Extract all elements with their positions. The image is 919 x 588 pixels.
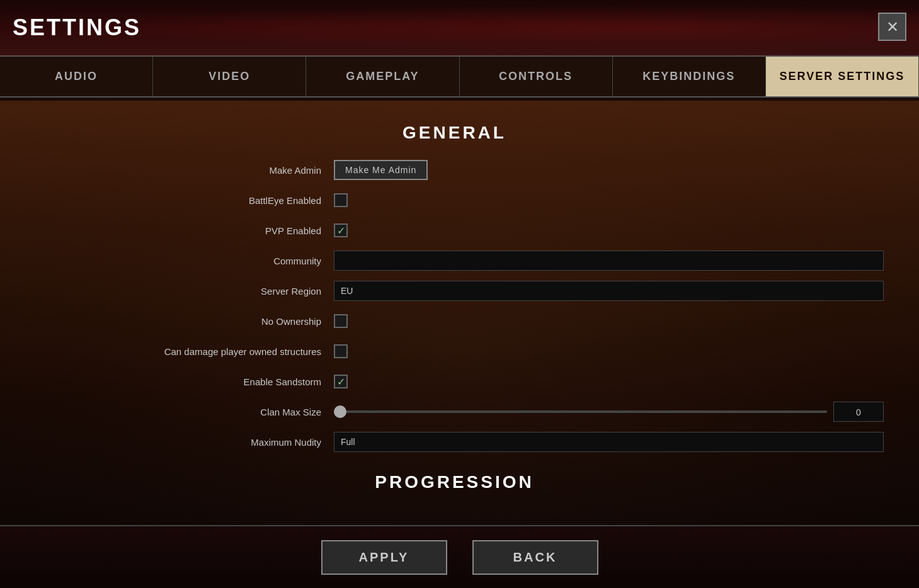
- tab-bar: AUDIO VIDEO GAMEPLAY CONTROLS KEYBINDING…: [0, 57, 919, 98]
- page-title: SETTINGS: [13, 14, 141, 41]
- header: SETTINGS ✕: [0, 0, 919, 57]
- clan-max-size-value: 0: [833, 402, 884, 422]
- enable-sandstorm-label: Enable Sandstorm: [25, 376, 334, 387]
- tab-video[interactable]: VIDEO: [153, 57, 306, 96]
- enable-sandstorm-checkbox[interactable]: ✓: [334, 375, 348, 388]
- can-damage-structures-label: Can damage player owned structures: [25, 346, 334, 357]
- clan-max-size-slider[interactable]: [334, 410, 827, 413]
- can-damage-structures-control: [334, 344, 884, 358]
- can-damage-structures-row: Can damage player owned structures: [25, 340, 884, 363]
- maximum-nudity-label: Maximum Nudity: [25, 437, 334, 448]
- close-button[interactable]: ✕: [878, 13, 906, 41]
- battleye-control: [334, 193, 884, 207]
- battleye-checkbox[interactable]: [334, 193, 348, 207]
- server-region-input[interactable]: [334, 281, 884, 301]
- back-button[interactable]: BACK: [472, 540, 598, 575]
- maximum-nudity-control: [334, 432, 884, 452]
- can-damage-structures-checkbox[interactable]: [334, 344, 348, 358]
- make-admin-label: Make Admin: [25, 165, 334, 176]
- tab-keybindings[interactable]: KEYBINDINGS: [613, 57, 766, 96]
- server-region-row: Server Region: [25, 280, 884, 302]
- content-area[interactable]: GENERAL Make Admin Make Me Admin BattlEy…: [0, 98, 909, 525]
- bottom-bar: APPLY BACK: [0, 525, 919, 588]
- clan-max-size-slider-container: 0: [334, 402, 884, 422]
- no-ownership-control: [334, 314, 884, 328]
- make-me-admin-button[interactable]: Make Me Admin: [334, 160, 428, 180]
- pvp-control: ✓: [334, 223, 884, 237]
- pvp-label: PVP Enabled: [25, 225, 334, 236]
- pvp-row: PVP Enabled ✓: [25, 219, 884, 242]
- no-ownership-row: No Ownership: [25, 310, 884, 332]
- battleye-label: BattlEye Enabled: [25, 195, 334, 206]
- tab-gameplay[interactable]: GAMEPLAY: [306, 57, 459, 96]
- make-admin-row: Make Admin Make Me Admin: [25, 159, 884, 181]
- progression-section-header: PROGRESSION: [25, 472, 884, 492]
- enable-sandstorm-row: Enable Sandstorm ✓: [25, 370, 884, 393]
- community-row: Community: [25, 249, 884, 272]
- tab-controls[interactable]: CONTROLS: [460, 57, 613, 96]
- server-region-label: Server Region: [25, 286, 334, 297]
- server-region-control: [334, 281, 884, 301]
- battleye-row: BattlEye Enabled: [25, 189, 884, 212]
- no-ownership-checkbox[interactable]: [334, 314, 348, 328]
- pvp-checkbox[interactable]: ✓: [334, 223, 348, 237]
- tab-audio[interactable]: AUDIO: [0, 57, 153, 96]
- general-section-header: GENERAL: [25, 123, 884, 143]
- progression-spacer: [25, 508, 884, 525]
- enable-sandstorm-control: ✓: [334, 375, 884, 388]
- clan-max-size-label: Clan Max Size: [25, 407, 334, 417]
- maximum-nudity-row: Maximum Nudity: [25, 431, 884, 453]
- community-control: [334, 251, 884, 271]
- make-admin-control: Make Me Admin: [334, 160, 884, 180]
- tab-server-settings[interactable]: SERVER SETTINGS: [766, 57, 919, 96]
- apply-button[interactable]: APPLY: [321, 540, 447, 575]
- community-label: Community: [25, 256, 334, 266]
- community-input[interactable]: [334, 251, 884, 271]
- clan-max-size-row: Clan Max Size 0: [25, 400, 884, 423]
- clan-max-size-control: 0: [334, 402, 884, 422]
- no-ownership-label: No Ownership: [25, 316, 334, 327]
- maximum-nudity-input[interactable]: [334, 432, 884, 452]
